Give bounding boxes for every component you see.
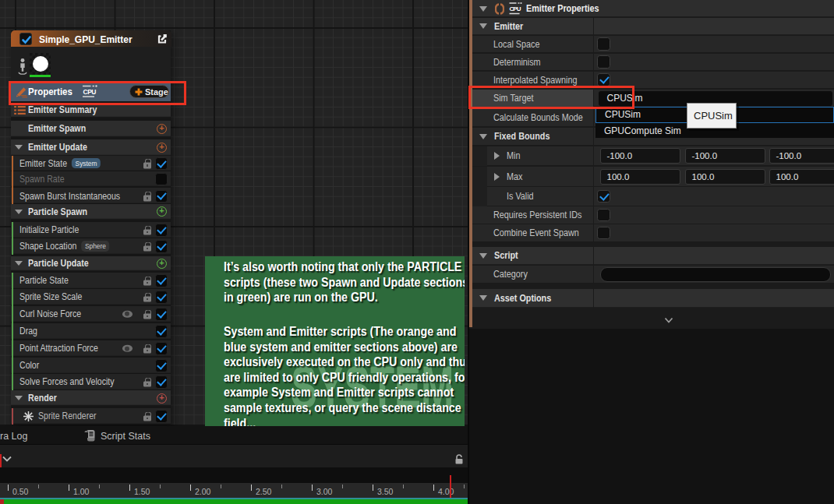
- svg-text:CPU: CPU: [509, 5, 521, 12]
